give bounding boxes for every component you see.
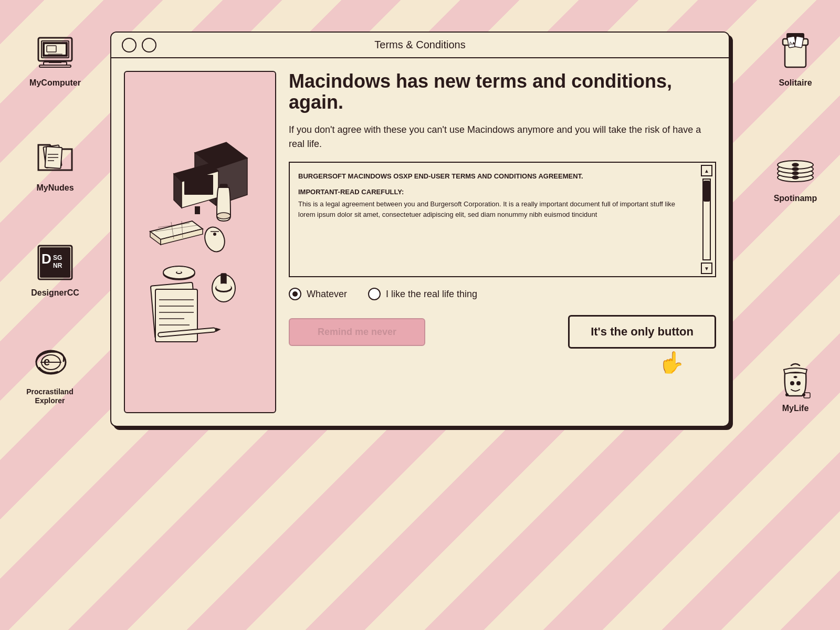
desktop: MyComputer MyNudes D SG NR <box>0 0 840 630</box>
window-close-btn[interactable] <box>122 38 136 52</box>
svg-marker-72 <box>215 327 221 332</box>
svg-rect-45 <box>184 175 213 195</box>
terms-text: BURGERSOFT MACINDOWS OSXP END-USER TERMS… <box>298 171 707 219</box>
button-row: Remind me never It's the only button 👆 <box>289 315 716 349</box>
desktop-icon-procrastiland[interactable]: e ProcrastilandExplorer <box>16 341 84 405</box>
svg-text:D: D <box>41 251 51 267</box>
terms-title: BURGERSOFT MACINDOWS OSXP END-USER TERMS… <box>298 171 691 182</box>
window-illustration <box>124 71 276 413</box>
svg-rect-27 <box>794 36 803 48</box>
mylife-label: MyLife <box>782 403 809 413</box>
svg-point-34 <box>792 167 799 171</box>
svg-point-37 <box>790 381 794 385</box>
window-controls <box>122 38 156 52</box>
svg-rect-8 <box>48 54 62 55</box>
radio-whatever-label: Whatever <box>307 289 347 300</box>
window-title: Terms & Conditions <box>374 39 465 51</box>
terms-box[interactable]: BURGERSOFT MACINDOWS OSXP END-USER TERMS… <box>289 162 716 277</box>
mynudes-icon <box>34 136 76 178</box>
svg-point-51 <box>202 224 228 254</box>
window-body: Macindows has new terms and conditions, … <box>111 58 729 426</box>
desktop-icon-mycomputer[interactable]: MyComputer <box>21 32 89 88</box>
window-content: Macindows has new terms and conditions, … <box>289 71 716 413</box>
mycomputer-icon <box>34 32 76 74</box>
window-heading: Macindows has new terms and conditions, … <box>289 71 716 112</box>
mycomputer-label: MyComputer <box>29 78 81 88</box>
solitaire-label: Solitaire <box>779 78 812 88</box>
scroll-down-btn[interactable]: ▼ <box>701 262 712 274</box>
desktop-icon-mylife[interactable]: MyLife <box>761 357 830 413</box>
terms-window: Terms & Conditions <box>110 32 730 427</box>
svg-point-70 <box>216 284 231 291</box>
radio-reallife-circle <box>368 288 381 300</box>
desktop-icon-spotinamp[interactable]: Spotinamp <box>761 147 830 203</box>
spotinamp-icon <box>774 147 816 189</box>
terms-body-text: This is a legal agreement between you an… <box>298 199 691 219</box>
scroll-track <box>702 178 711 260</box>
svg-point-33 <box>792 163 799 166</box>
accept-button[interactable]: It's the only button <box>568 315 716 349</box>
cursor-hand-icon: 👆 <box>658 350 685 375</box>
designercc-label: DesignerCC <box>31 288 79 298</box>
scroll-up-btn[interactable]: ▲ <box>701 165 712 176</box>
remind-never-button[interactable]: Remind me never <box>289 318 425 346</box>
radio-group: Whatever I like the real life thing <box>289 288 716 300</box>
svg-point-53 <box>213 233 216 236</box>
window-subtext: If you don't agree with these you can't … <box>289 123 716 151</box>
svg-point-36 <box>792 176 799 179</box>
terms-section-title: IMPORTANT-READ CAREFULLY: <box>298 187 691 197</box>
svg-point-39 <box>785 393 789 396</box>
radio-whatever[interactable]: Whatever <box>289 288 347 300</box>
window-titlebar: Terms & Conditions <box>111 33 729 58</box>
radio-reallife-label: I like the real life thing <box>386 289 477 300</box>
terms-scrollbar[interactable]: ▲ ▼ <box>700 165 713 274</box>
desktop-icon-mynudes[interactable]: MyNudes <box>21 136 89 193</box>
svg-point-59 <box>177 271 181 273</box>
radio-reallife[interactable]: I like the real life thing <box>368 288 477 300</box>
accept-btn-wrapper: It's the only button 👆 <box>568 315 716 349</box>
svg-rect-5 <box>49 61 61 63</box>
solitaire-icon: A♠ <box>774 32 816 74</box>
procrastiland-icon: e <box>29 341 71 383</box>
window-minimize-btn[interactable] <box>142 38 156 52</box>
desktop-icon-solitaire[interactable]: A♠ Solitaire <box>761 32 830 88</box>
svg-rect-6 <box>39 65 71 67</box>
procrastiland-label: ProcrastilandExplorer <box>26 387 73 405</box>
svg-rect-46 <box>195 206 200 214</box>
radio-whatever-circle <box>289 288 301 300</box>
svg-text:e: e <box>44 355 50 368</box>
svg-text:NR: NR <box>53 262 62 269</box>
spotinamp-label: Spotinamp <box>774 193 817 203</box>
designercc-icon: D SG NR <box>34 242 76 284</box>
mylife-icon <box>774 357 816 399</box>
mynudes-label: MyNudes <box>36 183 74 193</box>
svg-point-35 <box>792 172 799 175</box>
svg-point-55 <box>217 213 230 219</box>
svg-text:SG: SG <box>53 254 62 261</box>
svg-point-38 <box>796 381 801 385</box>
scroll-thumb <box>704 181 710 202</box>
desktop-icon-designercc[interactable]: D SG NR DesignerCC <box>21 242 89 298</box>
